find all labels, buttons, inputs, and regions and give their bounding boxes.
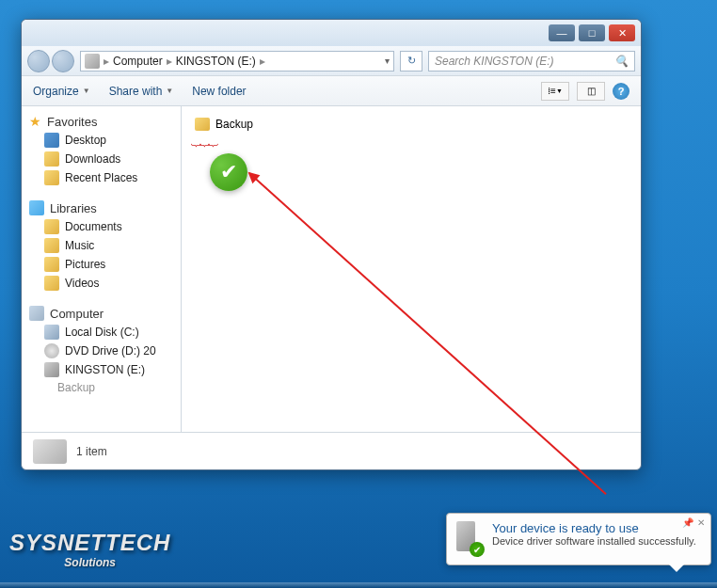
- folder-backup[interactable]: Backup: [191, 116, 631, 133]
- annotation-brace: ⏟⏟⏟: [191, 129, 216, 149]
- toolbar: Organize▼ Share with▼ New folder ⁞≡ ▼ ◫ …: [22, 76, 641, 106]
- preview-pane-button[interactable]: ◫: [577, 82, 605, 101]
- dropdown-icon[interactable]: ▾: [385, 56, 390, 66]
- address-bar[interactable]: ▸ Computer ▸ KINGSTON (E:) ▸ ▾: [80, 51, 394, 72]
- libraries-icon: [29, 200, 44, 215]
- close-icon[interactable]: ✕: [697, 517, 705, 528]
- pictures-icon: [44, 257, 59, 272]
- navbar: ▸ Computer ▸ KINGSTON (E:) ▸ ▾ ↻ Search …: [22, 46, 641, 76]
- watermark: SYSNETTECH Solutions: [9, 530, 170, 569]
- breadcrumb-drive[interactable]: KINGSTON (E:): [176, 55, 256, 68]
- sidebar-item-videos[interactable]: Videos: [25, 274, 177, 293]
- sidebar: ★Favorites Desktop Downloads Recent Plac…: [22, 106, 182, 432]
- sidebar-item-backup[interactable]: Backup: [25, 379, 177, 396]
- titlebar: — □ ✕: [22, 20, 641, 46]
- sidebar-item-pictures[interactable]: Pictures: [25, 255, 177, 274]
- disk-icon: [44, 325, 59, 340]
- notification-balloon[interactable]: ✔ Your device is ready to use Device dri…: [446, 513, 711, 565]
- view-options-button[interactable]: ⁞≡ ▼: [541, 82, 569, 101]
- sidebar-item-dvd-drive[interactable]: DVD Drive (D:) 20: [25, 342, 177, 360]
- sidebar-item-recent-places[interactable]: Recent Places: [25, 168, 177, 187]
- chevron-down-icon: ▼: [83, 87, 90, 95]
- sidebar-item-local-disk[interactable]: Local Disk (C:): [25, 323, 177, 342]
- sidebar-favorites-header[interactable]: ★Favorites: [25, 112, 177, 131]
- back-button[interactable]: [27, 50, 50, 72]
- content-area[interactable]: Backup ⏟⏟⏟ ✔: [182, 106, 641, 432]
- breadcrumb-sep-icon: ▸: [260, 55, 265, 68]
- annotation-checkmark-icon: ✔: [210, 153, 247, 191]
- minimize-button[interactable]: —: [549, 24, 575, 41]
- star-icon: ★: [29, 114, 41, 129]
- search-input[interactable]: Search KINGSTON (E:) 🔍: [428, 51, 635, 72]
- desktop-icon: [44, 133, 59, 148]
- maximize-button[interactable]: □: [579, 24, 605, 41]
- folder-icon: [44, 170, 59, 185]
- chevron-down-icon: ▼: [166, 87, 173, 95]
- documents-icon: [44, 219, 59, 234]
- folder-icon: [44, 151, 59, 167]
- usb-drive-icon: [44, 362, 59, 377]
- refresh-button[interactable]: ↻: [400, 51, 422, 72]
- sidebar-item-desktop[interactable]: Desktop: [25, 131, 177, 150]
- breadcrumb-root[interactable]: Computer: [113, 55, 163, 68]
- taskbar: [0, 582, 717, 588]
- videos-icon: [44, 276, 59, 291]
- watermark-line1: SYSNETTECH: [9, 530, 170, 556]
- help-button[interactable]: ?: [613, 83, 629, 100]
- sidebar-item-music[interactable]: Music: [25, 236, 177, 255]
- drive-icon: [33, 439, 67, 464]
- sidebar-libraries-header[interactable]: Libraries: [25, 199, 177, 217]
- sidebar-computer-header[interactable]: Computer: [25, 304, 177, 323]
- search-icon: 🔍: [614, 55, 629, 68]
- notification-title: Your device is ready to use: [492, 521, 701, 535]
- close-button[interactable]: ✕: [609, 24, 635, 41]
- dvd-icon: [44, 343, 59, 358]
- status-item-count: 1 item: [76, 445, 107, 458]
- statusbar: 1 item: [22, 432, 641, 469]
- breadcrumb-sep-icon: ▸: [104, 55, 109, 68]
- computer-icon: [29, 306, 44, 321]
- sidebar-item-downloads[interactable]: Downloads: [25, 150, 177, 168]
- forward-button[interactable]: [52, 50, 74, 72]
- sidebar-item-kingston[interactable]: KINGSTON (E:): [25, 360, 177, 379]
- explorer-window: — □ ✕ ▸ Computer ▸ KINGSTON (E:) ▸ ▾ ↻ S…: [21, 19, 642, 470]
- share-menu[interactable]: Share with▼: [109, 85, 174, 98]
- search-placeholder: Search KINGSTON (E:): [435, 55, 553, 68]
- drive-icon: [85, 54, 100, 69]
- new-folder-button[interactable]: New folder: [192, 85, 246, 98]
- notification-body: Device driver software installed success…: [492, 535, 701, 547]
- folder-label: Backup: [215, 118, 253, 131]
- breadcrumb-sep-icon: ▸: [167, 55, 172, 68]
- organize-menu[interactable]: Organize▼: [33, 85, 90, 98]
- music-icon: [44, 238, 59, 253]
- pin-icon[interactable]: 📌: [682, 517, 693, 528]
- watermark-line2: Solutions: [9, 556, 170, 569]
- device-icon: ✔: [456, 521, 483, 555]
- main-area: ★Favorites Desktop Downloads Recent Plac…: [22, 106, 641, 432]
- sidebar-item-documents[interactable]: Documents: [25, 217, 177, 236]
- checkmark-icon: ✔: [470, 542, 485, 557]
